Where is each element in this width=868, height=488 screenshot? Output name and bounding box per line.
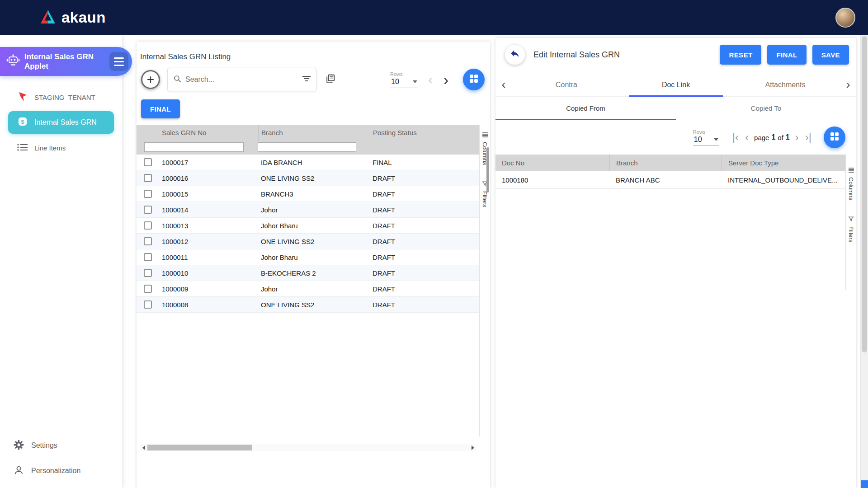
- prev-page-icon[interactable]: ‹: [742, 132, 752, 143]
- doc-link-side-strip: Columns Filters: [845, 155, 856, 290]
- row-checkbox[interactable]: [144, 300, 152, 309]
- table-row[interactable]: 1000011 Johor Bharu DRAFT: [137, 249, 479, 265]
- listing-filter-row: [137, 141, 479, 155]
- grid-view-button[interactable]: [824, 127, 845, 148]
- first-page-icon[interactable]: |‹: [729, 132, 742, 143]
- rows-per-page-select[interactable]: 10: [390, 77, 418, 88]
- sidebar-item-personalization[interactable]: Personalization: [0, 458, 122, 483]
- row-checkbox[interactable]: [144, 285, 152, 293]
- column-header-branch[interactable]: Branch: [609, 155, 722, 171]
- tab-attachments[interactable]: Attachments: [731, 73, 840, 97]
- branch-filter-input[interactable]: [258, 142, 356, 152]
- grid-view-icon: [830, 132, 839, 143]
- last-page-icon[interactable]: ›|: [802, 132, 815, 143]
- next-page-icon[interactable]: ›: [438, 72, 454, 87]
- row-checkbox[interactable]: [144, 253, 152, 261]
- reset-button[interactable]: RESET: [720, 45, 761, 65]
- cell-branch: BRANCH3: [258, 190, 370, 198]
- edit-header: Edit Internal Sales GRN RESET FINAL SAVE: [495, 38, 856, 70]
- row-checkbox[interactable]: [144, 269, 152, 277]
- cell-branch: ONE LIVING SS2: [258, 238, 370, 245]
- tabs-scroll-left-icon[interactable]: ‹: [495, 78, 512, 92]
- listing-horizontal-scrollbar[interactable]: [140, 444, 476, 451]
- duplicate-icon[interactable]: [326, 74, 335, 85]
- user-avatar[interactable]: [835, 8, 855, 28]
- scroll-right-icon[interactable]: [472, 446, 474, 450]
- column-header-doc-no[interactable]: Doc No: [495, 155, 609, 171]
- table-row[interactable]: 1000017 IDA BRANCH FINAL: [137, 155, 479, 170]
- sidebar-item-staging-tenant[interactable]: STAGING_TENANT: [0, 86, 122, 108]
- window-scrollbar[interactable]: [860, 35, 868, 488]
- tabs-scroll-right-icon[interactable]: ›: [840, 78, 856, 92]
- page-indicator: page 1 of 1: [752, 133, 792, 141]
- subtab-copied-from[interactable]: Copied From: [495, 97, 676, 120]
- scroll-corner-button[interactable]: [861, 480, 868, 488]
- cell-status: DRAFT: [370, 301, 479, 309]
- rows-per-page-select[interactable]: 10: [693, 135, 719, 146]
- akaun-triangle-logo-icon: [40, 9, 57, 26]
- rows-label: Rows: [390, 71, 418, 77]
- column-header-server-doc-type[interactable]: Server Doc Type: [722, 155, 845, 171]
- cell-branch: Johor: [258, 285, 370, 293]
- row-checkbox[interactable]: [144, 237, 152, 245]
- row-checkbox[interactable]: [144, 158, 152, 166]
- back-button[interactable]: [505, 44, 525, 65]
- columns-side-tab[interactable]: Columns: [848, 166, 854, 200]
- sidebar-item-label: Internal Sales GRN: [34, 118, 97, 127]
- sidebar-item-line-items[interactable]: Line Items: [0, 136, 122, 159]
- table-row[interactable]: 1000012 ONE LIVING SS2 DRAFT: [137, 234, 479, 249]
- tab-contra[interactable]: Contra: [512, 73, 621, 97]
- cell-grn-no: 1000016: [159, 174, 258, 182]
- save-button[interactable]: SAVE: [812, 45, 849, 65]
- column-header-branch[interactable]: Branch: [258, 125, 370, 141]
- checkbox-column-header: [137, 125, 159, 141]
- cell-status: DRAFT: [370, 222, 479, 230]
- filters-side-tab-label: Filters: [481, 191, 488, 207]
- table-row[interactable]: 1000008 ONE LIVING SS2 DRAFT: [137, 297, 479, 313]
- row-checkbox[interactable]: [144, 174, 152, 182]
- listing-table-header: Sales GRN No Branch Posting Status: [137, 125, 479, 141]
- table-row[interactable]: 1000014 Johor DRAFT: [137, 202, 479, 218]
- table-row[interactable]: 1000015 BRANCH3 DRAFT: [137, 186, 479, 202]
- table-row[interactable]: 1000016 ONE LIVING SS2 DRAFT: [137, 170, 479, 186]
- horizontal-scroll-thumb[interactable]: [147, 445, 252, 450]
- table-row[interactable]: 1000013 Johor Bharu DRAFT: [137, 218, 479, 234]
- search-input[interactable]: [185, 75, 299, 84]
- scroll-left-icon[interactable]: [142, 446, 145, 450]
- list-icon: [17, 143, 28, 153]
- final-button[interactable]: FINAL: [141, 99, 180, 118]
- sidebar-item-settings[interactable]: Settings: [0, 433, 122, 458]
- sales-grn-no-filter-input[interactable]: [144, 142, 244, 152]
- prev-page-icon[interactable]: ‹: [423, 73, 438, 86]
- row-checkbox[interactable]: [144, 221, 152, 230]
- add-record-button[interactable]: +: [141, 70, 160, 89]
- tab-doc-link[interactable]: Doc Link: [621, 73, 731, 97]
- cell-branch: B-EKOCHERAS 2: [258, 269, 370, 277]
- subtab-copied-to[interactable]: Copied To: [676, 97, 856, 120]
- listing-vertical-scrollbar[interactable]: [486, 147, 489, 192]
- sidebar-item-internal-sales-grn[interactable]: $ Internal Sales GRN: [8, 111, 114, 134]
- collapse-menu-button[interactable]: [109, 52, 128, 71]
- window-scroll-thumb[interactable]: [862, 36, 867, 352]
- grid-view-icon: [469, 74, 478, 85]
- table-row[interactable]: 1000180 BRANCH ABC INTERNAL_OUTBOUND_DEL…: [495, 171, 845, 189]
- listing-toolbar: +: [137, 67, 490, 92]
- doc-link-table-area: Doc No Branch Server Doc Type 1000180 BR…: [495, 155, 856, 189]
- table-row[interactable]: 1000010 B-EKOCHERAS 2 DRAFT: [137, 265, 479, 281]
- row-checkbox[interactable]: [144, 206, 152, 214]
- table-row[interactable]: 1000009 Johor DRAFT: [137, 281, 479, 297]
- column-header-posting-status[interactable]: Posting Status: [370, 125, 479, 141]
- filter-list-icon[interactable]: [302, 75, 311, 84]
- row-checkbox[interactable]: [144, 190, 152, 198]
- column-header-sales-grn-no[interactable]: Sales GRN No: [159, 125, 258, 141]
- final-button[interactable]: FINAL: [767, 45, 806, 65]
- cell-branch: Johor: [258, 206, 370, 214]
- cell-grn-no: 1000010: [159, 269, 258, 277]
- current-page: 1: [771, 133, 775, 141]
- listing-panel: Internal Sales GRN Listing +: [137, 42, 490, 488]
- listing-table-area: Sales GRN No Branch Posting Status 10000…: [137, 125, 490, 481]
- grid-view-button[interactable]: [463, 69, 485, 90]
- filters-side-tab[interactable]: Filters: [848, 216, 854, 242]
- next-page-icon[interactable]: ›: [792, 132, 802, 143]
- cell-branch: Johor Bharu: [258, 222, 370, 230]
